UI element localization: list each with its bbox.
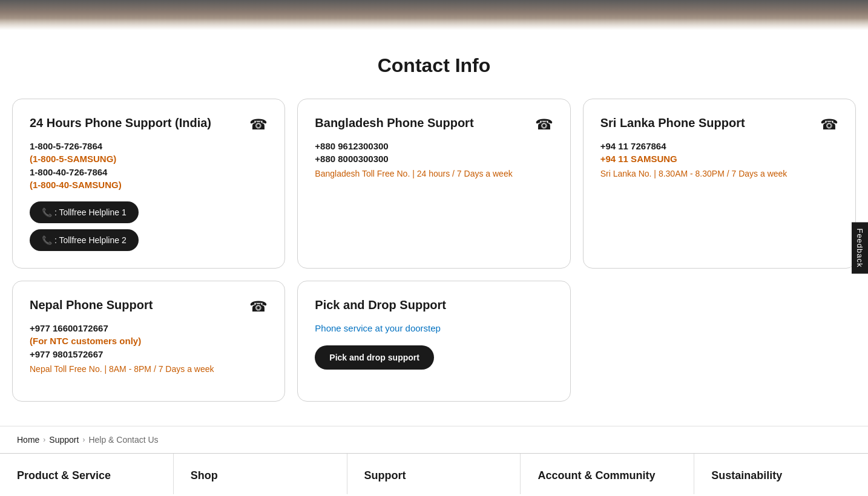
breadcrumb-bar: Home › Support › Help & Contact Us (0, 426, 868, 453)
breadcrumb-sep-1: › (43, 436, 45, 444)
hero-banner (0, 0, 868, 30)
phone-icon-srilanka: ☎ (820, 116, 838, 133)
footer-col-account-community: Account & Community (521, 454, 694, 494)
footer-col-sustainability: Sustainability (694, 454, 868, 494)
footer-col-account-community-title: Account & Community (538, 469, 655, 481)
pickdrop-card-title: Pick and Drop Support (315, 298, 553, 312)
phone-icon-india: ☎ (249, 116, 268, 133)
contact-section: Contact Info 24 Hours Phone Support (Ind… (0, 30, 868, 426)
breadcrumb-current: Help & Contact Us (88, 435, 158, 445)
tollfree-helpline-2-button[interactable]: 📞 : Tollfree Helpline 2 (30, 229, 139, 251)
cards-row-1: 24 Hours Phone Support (India) ☎ 1-800-5… (12, 99, 856, 269)
bangladesh-phones: +880 9612300300 +880 8000300300 Banglade… (315, 141, 553, 178)
india-phone-lines: 1-800-5-726-7864 (1-800-5-SAMSUNG) 1-800… (30, 141, 268, 191)
footer-col-shop-title: Shop (191, 469, 218, 481)
breadcrumb-home[interactable]: Home (17, 435, 39, 445)
breadcrumb: Home › Support › Help & Contact Us (17, 435, 851, 445)
nepal-phones: +977 16600172667 (For NTC customers only… (30, 323, 268, 374)
empty-card (583, 281, 856, 402)
srilanka-card-title: Sri Lanka Phone Support (600, 116, 838, 130)
footer-col-product-service-title: Product & Service (17, 469, 111, 481)
footer-col-shop: Shop (174, 454, 347, 494)
india-card-title: 24 Hours Phone Support (India) (30, 116, 268, 130)
nepal-support-card: Nepal Phone Support ☎ +977 16600172667 (… (12, 281, 285, 402)
bangladesh-card-title: Bangladesh Phone Support (315, 116, 553, 130)
srilanka-phones: +94 11 7267864 +94 11 SAMSUNG Sri Lanka … (600, 141, 838, 178)
footer-col-product-service: Product & Service (0, 454, 174, 494)
nepal-card-title: Nepal Phone Support (30, 298, 268, 312)
breadcrumb-support[interactable]: Support (49, 435, 79, 445)
footer-nav: Product & Service Shop Support Account &… (0, 453, 868, 494)
pickdrop-subtitle: Phone service at your doorstep (315, 323, 553, 333)
breadcrumb-sep-2: › (82, 436, 85, 444)
footer-col-support-title: Support (364, 469, 406, 481)
cards-row-2: Nepal Phone Support ☎ +977 16600172667 (… (12, 281, 856, 402)
contact-title: Contact Info (12, 54, 856, 77)
phone-icon-bangladesh: ☎ (535, 116, 553, 133)
india-support-card: 24 Hours Phone Support (India) ☎ 1-800-5… (12, 99, 285, 269)
india-phone1: 1-800-5-726-7864 (1-800-5-SAMSUNG) (30, 141, 268, 164)
india-buttons: 📞 : Tollfree Helpline 1 📞 : Tollfree Hel… (30, 191, 268, 251)
phone-icon-nepal: ☎ (249, 298, 268, 315)
pickdrop-support-card: Pick and Drop Support Phone service at y… (297, 281, 570, 402)
footer-col-support: Support (347, 454, 521, 494)
feedback-tab[interactable]: Feedback (852, 222, 868, 273)
pick-drop-button[interactable]: Pick and drop support (315, 345, 434, 370)
tollfree-helpline-1-button[interactable]: 📞 : Tollfree Helpline 1 (30, 201, 139, 223)
bangladesh-support-card: Bangladesh Phone Support ☎ +880 96123003… (297, 99, 570, 269)
india-phone2: 1-800-40-726-7864 (1-800-40-SAMSUNG) (30, 167, 268, 191)
srilanka-support-card: Sri Lanka Phone Support ☎ +94 11 7267864… (583, 99, 856, 269)
footer-col-sustainability-title: Sustainability (711, 469, 782, 481)
nepal-phone1-line: +977 16600172667 (For NTC customers only… (30, 323, 268, 347)
